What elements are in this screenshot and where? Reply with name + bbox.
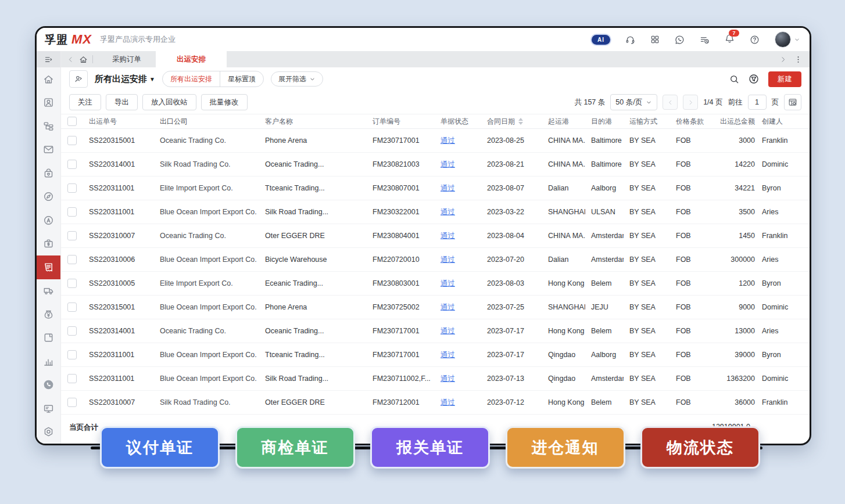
sidebar-item-compass[interactable]	[37, 185, 60, 209]
forward-icon[interactable]	[779, 56, 787, 63]
column-header-customer-name[interactable]: 客户名称	[259, 117, 367, 127]
status-link[interactable]: 通过	[441, 207, 455, 217]
status-link[interactable]: 通过	[441, 374, 455, 384]
sidebar-item-product[interactable]	[37, 161, 60, 185]
cell-status[interactable]: 通过	[435, 326, 481, 336]
toolbar-button-批量修改[interactable]: 批量修改	[201, 94, 248, 110]
table-row[interactable]: SS220310007Silk Road Trading Co.Oter EGG…	[61, 391, 810, 415]
view-selector[interactable]: 所有出运安排 ▼	[95, 74, 155, 85]
cell-status[interactable]: 通过	[435, 279, 481, 289]
sidebar-item-marketing[interactable]	[37, 208, 60, 232]
column-header-total-amount[interactable]: 出运总金额	[714, 117, 757, 127]
cell-status[interactable]: 通过	[435, 160, 481, 170]
sidebar-item-shipment[interactable]	[37, 255, 60, 279]
table-row[interactable]: SS220311001Elite Import Export Co.Ttcean…	[61, 177, 810, 200]
select-all-checkbox[interactable]	[61, 117, 83, 126]
prev-page-button[interactable]	[663, 95, 678, 110]
row-checkbox[interactable]	[61, 207, 83, 217]
cell-status[interactable]: 通过	[435, 207, 481, 217]
table-row[interactable]: SS220314001Silk Road Trading Co.Oceanic …	[61, 153, 810, 177]
status-link[interactable]: 通过	[441, 303, 455, 312]
status-link[interactable]: 通过	[441, 350, 455, 360]
row-checkbox[interactable]	[61, 255, 83, 264]
sidebar-item-settings[interactable]	[37, 420, 60, 444]
cell-status[interactable]: 通过	[435, 231, 481, 241]
sidebar-item-mail[interactable]	[37, 138, 60, 162]
help-icon[interactable]	[750, 35, 760, 45]
segment-all[interactable]: 所有出运安排	[163, 71, 220, 87]
flow-button-negotiation-docs[interactable]: 议付单证	[100, 426, 220, 469]
flow-button-customs-docs[interactable]: 报关单证	[370, 426, 490, 469]
column-header-transport-mode[interactable]: 运输方式	[624, 117, 670, 127]
status-link[interactable]: 通过	[441, 136, 455, 146]
column-header-departure-port[interactable]: 起运港	[542, 117, 585, 127]
column-settings-button[interactable]	[784, 94, 801, 110]
ai-assistant-badge[interactable]: AI	[592, 35, 610, 45]
sidebar-item-finance[interactable]	[37, 232, 60, 256]
sidebar-item-money[interactable]	[37, 303, 60, 326]
column-header-creator[interactable]: 创建人	[757, 117, 810, 127]
row-checkbox[interactable]	[61, 374, 83, 383]
cell-status[interactable]: 通过	[435, 303, 481, 312]
task-list-icon[interactable]	[700, 35, 710, 45]
flow-button-inspection-docs[interactable]: 商检单证	[235, 426, 355, 469]
sidebar-toggle[interactable]	[37, 51, 60, 67]
table-row[interactable]: SS220315001Oceanic Trading Co.Phone Aren…	[61, 129, 810, 153]
new-button[interactable]: 新建	[768, 71, 801, 87]
back-icon[interactable]	[67, 56, 74, 63]
column-header-shipment-no[interactable]: 出运单号	[83, 117, 154, 127]
cell-status[interactable]: 通过	[435, 350, 481, 360]
sidebar-item-home[interactable]	[37, 67, 60, 91]
status-link[interactable]: 通过	[441, 326, 455, 336]
row-checkbox[interactable]	[61, 350, 83, 359]
status-link[interactable]: 通过	[441, 398, 455, 408]
expand-filter-button[interactable]: 展开筛选	[271, 71, 323, 87]
row-checkbox[interactable]	[61, 326, 83, 336]
segment-starred[interactable]: 星标置顶	[220, 71, 263, 87]
home-icon[interactable]	[79, 55, 88, 64]
sidebar-item-contacts[interactable]	[37, 91, 60, 115]
cell-status[interactable]: 通过	[435, 183, 481, 193]
row-checkbox[interactable]	[61, 160, 83, 169]
column-header-contract-date[interactable]: 合同日期	[481, 117, 542, 127]
row-checkbox[interactable]	[61, 136, 83, 145]
status-link[interactable]: 通过	[441, 183, 455, 193]
more-options-icon[interactable]	[794, 55, 803, 64]
status-link[interactable]: 通过	[441, 160, 455, 170]
status-link[interactable]: 通过	[441, 255, 455, 265]
cell-status[interactable]: 通过	[435, 136, 481, 146]
status-link[interactable]: 通过	[441, 231, 455, 241]
column-header-export-company[interactable]: 出口公司	[154, 117, 259, 127]
column-header-status[interactable]: 单据状态	[435, 117, 481, 127]
table-row[interactable]: SS220311001Blue Ocean Import Export Co.S…	[61, 200, 810, 224]
toolbar-button-导出[interactable]: 导出	[106, 94, 138, 110]
sidebar-item-ledger[interactable]	[37, 326, 60, 350]
goto-page-input[interactable]	[748, 95, 767, 110]
flow-button-logistics-status[interactable]: 物流状态	[640, 426, 760, 469]
page-size-select[interactable]: 50 条/页	[610, 94, 657, 110]
sidebar-item-chart[interactable]	[37, 350, 60, 373]
cell-status[interactable]: 通过	[435, 255, 481, 265]
row-checkbox[interactable]	[61, 303, 83, 312]
table-row[interactable]: SS220310007Oceanic Trading Co.Oter EGGER…	[61, 224, 810, 248]
row-checkbox[interactable]	[61, 398, 83, 407]
flow-button-warehouse-notice[interactable]: 进仓通知	[506, 426, 625, 469]
search-icon[interactable]	[729, 74, 739, 84]
column-header-order-no[interactable]: 订单编号	[367, 117, 435, 127]
tab-出运安排[interactable]: 出运安排	[156, 51, 227, 67]
sidebar-item-org[interactable]	[37, 114, 60, 138]
filter-funnel-icon[interactable]	[749, 74, 759, 84]
notifications[interactable]: 7	[725, 34, 735, 46]
row-checkbox[interactable]	[61, 231, 83, 240]
table-row[interactable]: SS220310005Elite Import Export Co.Eceani…	[61, 272, 810, 296]
table-row[interactable]: SS220311001Blue Ocean Import Export Co.T…	[61, 343, 810, 367]
toolbar-button-关注[interactable]: 关注	[69, 94, 101, 110]
toolbar-button-放入回收站[interactable]: 放入回收站	[142, 94, 196, 110]
support-headset-icon[interactable]	[625, 35, 635, 45]
sidebar-item-truck[interactable]	[37, 279, 60, 303]
owner-filter-button[interactable]	[69, 70, 88, 88]
table-row[interactable]: SS220315001Blue Ocean Import Export Co.P…	[61, 296, 810, 319]
sort-icons[interactable]	[518, 118, 523, 125]
whatsapp-icon[interactable]	[675, 35, 685, 45]
status-link[interactable]: 通过	[441, 279, 455, 289]
